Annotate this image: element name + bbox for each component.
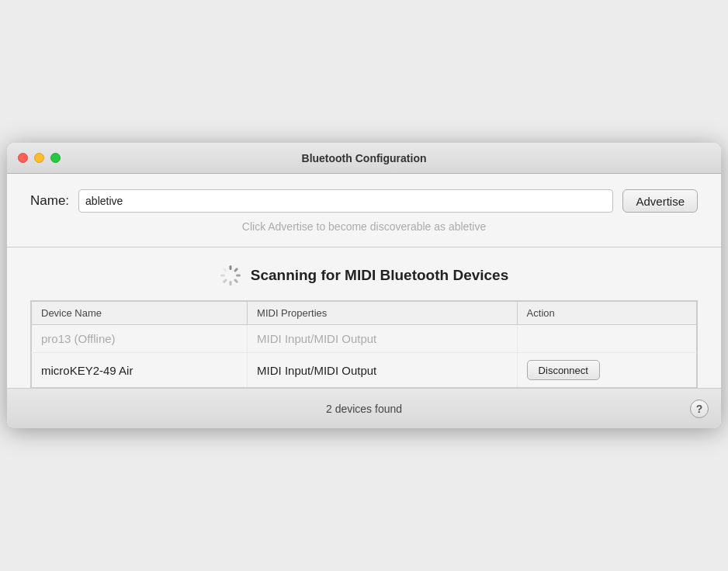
maximize-button[interactable] — [50, 153, 61, 163]
device-table: Device Name MIDI Properties Action pro13… — [31, 301, 697, 387]
help-button[interactable]: ? — [690, 400, 709, 418]
title-bar: Bluetooth Configuration — [7, 143, 721, 174]
devices-found-text: 2 devices found — [326, 403, 402, 415]
disconnect-button[interactable]: Disconnect — [527, 360, 600, 380]
advertise-button[interactable]: Advertise — [622, 189, 698, 213]
midi-properties-connected: MIDI Input/MIDI Output — [248, 353, 518, 388]
scanning-section: Scanning for MIDI Bluetooth Devices — [30, 247, 698, 300]
main-content: Name: Advertise Click Advertise to becom… — [7, 174, 721, 388]
bluetooth-config-window: Bluetooth Configuration Name: Advertise … — [7, 143, 721, 428]
table-row: microKEY2-49 Air MIDI Input/MIDI Output … — [32, 353, 697, 388]
svg-rect-5 — [222, 279, 227, 283]
midi-properties-offline: MIDI Input/MIDI Output — [248, 325, 518, 353]
svg-rect-1 — [234, 268, 238, 272]
window-title: Bluetooth Configuration — [302, 152, 427, 164]
svg-rect-4 — [229, 281, 231, 286]
subtitle-text: Click Advertise to become discoverable a… — [30, 220, 698, 233]
svg-rect-3 — [234, 279, 238, 283]
close-button[interactable] — [18, 153, 28, 163]
scanning-label: Scanning for MIDI Bluetooth Devices — [251, 267, 509, 284]
col-action: Action — [517, 302, 696, 325]
name-input[interactable] — [78, 189, 613, 213]
name-row: Name: Advertise — [30, 189, 698, 213]
svg-rect-0 — [229, 265, 231, 270]
scanning-spinner — [220, 265, 241, 286]
footer: 2 devices found ? — [7, 388, 721, 428]
minimize-button[interactable] — [34, 153, 44, 163]
svg-rect-7 — [222, 268, 227, 272]
table-row: pro13 (Offline) MIDI Input/MIDI Output — [32, 325, 697, 353]
svg-rect-2 — [236, 275, 241, 277]
table-header-row: Device Name MIDI Properties Action — [32, 302, 697, 325]
name-label: Name: — [30, 193, 69, 209]
window-controls — [18, 153, 61, 163]
action-connected: Disconnect — [517, 353, 696, 388]
device-table-wrapper: Device Name MIDI Properties Action pro13… — [30, 300, 698, 388]
svg-rect-6 — [220, 275, 225, 277]
action-offline — [517, 325, 696, 353]
col-device-name: Device Name — [32, 302, 248, 325]
device-name-offline: pro13 (Offline) — [32, 325, 248, 353]
device-name-connected: microKEY2-49 Air — [32, 353, 248, 388]
col-midi-properties: MIDI Properties — [248, 302, 518, 325]
